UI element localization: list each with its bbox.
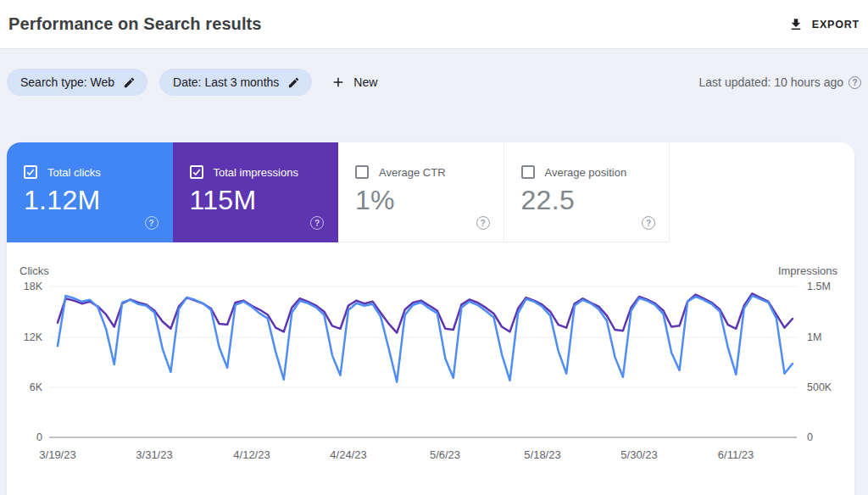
checkbox-unchecked-icon[interactable] [521,165,535,179]
plus-icon [331,75,346,90]
help-icon[interactable]: ? [849,76,861,89]
metric-value: 115M [190,185,257,216]
new-filter-label: New [353,75,377,89]
filter-bar: Search type: Web Date: Last 3 months New… [0,69,868,96]
x-tick-label: 3/31/23 [136,448,172,461]
x-tick-label: 4/12/23 [233,448,270,461]
metric-tile-total-clicks[interactable]: Total clicks 1.12M ? [7,142,173,242]
download-icon [788,17,804,32]
tile-head: Average position [521,165,627,179]
search-type-chip[interactable]: Search type: Web [7,69,147,96]
metric-tile-average-ctr[interactable]: Average CTR 1% ? [338,142,504,242]
metric-label: Average CTR [379,166,446,179]
help-icon[interactable]: ? [476,216,490,230]
metric-value: 22.5 [521,185,575,216]
search-type-chip-label: Search type: Web [20,75,114,89]
metric-label: Total clicks [47,166,101,179]
metric-value: 1.12M [24,185,100,216]
x-tick-label: 5/30/23 [620,448,657,461]
metric-value: 1% [355,185,395,216]
metric-label: Average position [545,166,627,179]
new-filter-button[interactable]: New [331,75,377,90]
x-tick-label: 4/24/23 [330,448,366,461]
header: Performance on Search results EXPORT [0,0,868,49]
performance-card: Total clicks 1.12M ? Total impressions 1… [7,142,854,495]
last-updated-text: Last updated: 10 hours ago [699,75,843,89]
date-filter-chip[interactable]: Date: Last 3 months [159,69,312,96]
clicks-line [58,296,793,382]
checkbox-checked-icon[interactable] [190,165,203,179]
help-icon[interactable]: ? [310,216,324,230]
x-tick-label: 5/6/23 [430,448,460,461]
tile-head: Total clicks [24,165,101,179]
metric-tile-average-position[interactable]: Average position 22.5 ? [504,142,670,242]
metric-tile-total-impressions[interactable]: Total impressions 115M ? [173,142,339,242]
page-title: Performance on Search results [8,14,262,34]
edit-pencil-icon [287,76,300,89]
tile-head: Total impressions [190,165,298,179]
metric-label: Total impressions [214,166,298,179]
tile-head: Average CTR [355,165,446,179]
help-icon[interactable]: ? [642,216,655,230]
date-filter-chip-label: Date: Last 3 months [173,75,279,89]
checkbox-checked-icon[interactable] [24,165,37,179]
performance-chart[interactable]: Clicks Impressions 18K 12K 6K 0 1.5M 1M … [7,254,854,495]
x-tick-label: 6/11/23 [718,448,754,461]
x-tick-label: 5/18/23 [524,448,560,461]
impressions-line [58,293,793,332]
export-button[interactable]: EXPORT [788,17,860,32]
checkbox-unchecked-icon[interactable] [355,165,369,179]
edit-pencil-icon [123,76,136,89]
export-label: EXPORT [812,19,860,31]
help-icon[interactable]: ? [145,216,159,230]
last-updated: Last updated: 10 hours ago ? [699,75,861,89]
x-tick-label: 3/19/23 [39,448,75,461]
metric-tiles: Total clicks 1.12M ? Total impressions 1… [7,142,854,242]
